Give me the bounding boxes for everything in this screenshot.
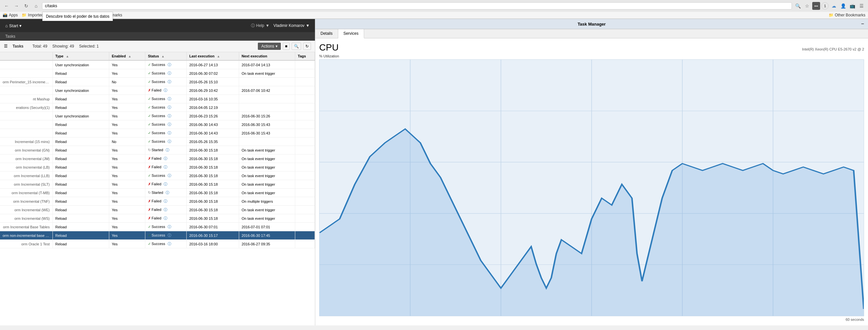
task-tags-cell: [295, 223, 315, 231]
help-button[interactable]: ⓘ Help ▼: [251, 23, 270, 29]
info-icon[interactable]: ⓘ: [164, 216, 167, 220]
table-row[interactable]: orm Incremental (T-MB)ReloadYes↻Started …: [0, 189, 315, 197]
info-icon[interactable]: ⓘ: [167, 105, 171, 109]
actions-button[interactable]: Actions ▾: [258, 43, 280, 50]
info-icon[interactable]: ⓘ: [167, 225, 171, 229]
tm-title: Task Manager: [501, 22, 683, 27]
table-row[interactable]: orm Incremental (WE)ReloadYes✗Failed ⓘ20…: [0, 206, 315, 214]
user-button[interactable]: Vladimir Komarov ▼: [273, 23, 310, 28]
table-row[interactable]: orm Incremental (GN)ReloadYes↻Started ⓘ2…: [0, 146, 315, 154]
table-row[interactable]: User synchronizationYes✓Success ⓘ2016-06…: [0, 60, 315, 69]
menu-icon[interactable]: ☰: [858, 2, 865, 10]
info-icon[interactable]: ⓘ: [167, 71, 171, 75]
info-icon[interactable]: ⓘ: [167, 122, 171, 126]
col-type[interactable]: Type ▲: [53, 52, 109, 60]
start-dropdown-icon: ▾: [19, 23, 22, 28]
task-name-cell: [0, 86, 53, 95]
task-name-cell: orm Incremental (GN): [0, 146, 53, 154]
table-row[interactable]: orm Oracle 1 TestReloadYes✓Success ⓘ2016…: [0, 240, 315, 248]
table-row[interactable]: orm Incremental (WS)ReloadYes✗Failed ⓘ20…: [0, 214, 315, 223]
col-last-exec[interactable]: Last execution ▲: [186, 52, 239, 60]
info-icon[interactable]: ⓘ: [167, 242, 171, 246]
task-name-cell: Incremental (15 mins): [0, 138, 53, 146]
table-row[interactable]: User synchronizationYes✗Failed ⓘ2016-06-…: [0, 86, 315, 95]
task-status-cell: ✗Failed ⓘ: [145, 180, 186, 189]
bookmark-other[interactable]: 📁 Other Bookmarks: [829, 13, 865, 18]
table-row[interactable]: ReloadYes✓Success ⓘ2016-06-30 14:432016-…: [0, 120, 315, 129]
start-button[interactable]: ⌂ Start ▾: [5, 23, 22, 28]
info-icon[interactable]: ⓘ: [164, 156, 167, 160]
extensions-icon[interactable]: •••: [812, 2, 820, 10]
table-row[interactable]: orm Incremental (JM)ReloadYes✗Failed ⓘ20…: [0, 154, 315, 163]
tm-tabs: Details Services: [315, 29, 868, 38]
col-tags[interactable]: Tags: [295, 52, 315, 60]
info-icon[interactable]: ⓘ: [167, 97, 171, 101]
tab-services[interactable]: Services: [338, 29, 364, 38]
task-next-exec-cell: On task event trigger: [239, 146, 295, 154]
refresh-table-button[interactable]: ↻: [303, 43, 311, 50]
forward-button[interactable]: →: [12, 2, 20, 10]
table-row[interactable]: erations (Security)(1)ReloadYes✓Success …: [0, 103, 315, 112]
info-icon[interactable]: ⓘ: [167, 114, 171, 118]
table-row[interactable]: Incremental (15 mins)ReloadNo✓Success ⓘ2…: [0, 138, 315, 146]
task-status-cell: ✓Success ⓘ: [145, 69, 186, 78]
task-type-cell: Reload: [53, 172, 109, 180]
table-row[interactable]: ReloadYes✓Success ⓘ2016-06-30 07:02On ta…: [0, 69, 315, 78]
col-enabled[interactable]: Enabled ▲: [109, 52, 145, 60]
table-row[interactable]: nt MashupReloadYes✓Success ⓘ2016-03-16 1…: [0, 95, 315, 103]
info-icon[interactable]: ⓘ: [166, 190, 169, 194]
back-button[interactable]: ←: [3, 2, 10, 10]
info-icon[interactable]: ⓘ: [167, 131, 171, 135]
bookmark-apps[interactable]: 📸 Apps: [3, 13, 18, 18]
ext1-icon[interactable]: 1: [822, 2, 829, 9]
grid-view-button[interactable]: ■: [283, 43, 290, 50]
table-row[interactable]: orm non-incremental base tablesReloadYes…: [0, 231, 315, 240]
info-icon[interactable]: ⓘ: [164, 182, 167, 186]
task-enabled-cell: Yes: [109, 214, 145, 223]
task-tags-cell: [295, 206, 315, 214]
table-row[interactable]: orm Perimeter_15 incrementalReloadNo✓Suc…: [0, 78, 315, 86]
reload-button[interactable]: ↻: [22, 2, 30, 10]
table-row[interactable]: orm Incremental (LB)ReloadYes✗Failed ⓘ20…: [0, 163, 315, 172]
table-row[interactable]: orm Incremental (SLT)ReloadYes✗Failed ⓘ2…: [0, 180, 315, 189]
info-icon[interactable]: ⓘ: [167, 140, 171, 143]
success-icon: ✓: [148, 174, 151, 177]
col-status[interactable]: Status ▲: [145, 52, 186, 60]
task-name-cell: orm non-incremental base tables: [0, 231, 53, 240]
table-row[interactable]: orm Incremental (TNF)ReloadYes✗Failed ⓘ2…: [0, 197, 315, 206]
tm-minimize-button[interactable]: −: [861, 21, 864, 27]
search-icon[interactable]: 🔍: [794, 2, 802, 10]
table-row[interactable]: orm Incremental (LLB)ReloadYes✓Success ⓘ…: [0, 172, 315, 180]
task-status-cell: ✓Success ⓘ: [145, 60, 186, 69]
ext2-icon[interactable]: ☁: [830, 2, 838, 10]
star-icon[interactable]: ☆: [803, 2, 811, 10]
task-last-exec-cell: 2016-06-30 14:43: [186, 129, 239, 138]
ext3-icon[interactable]: 👤: [839, 2, 847, 10]
info-icon[interactable]: ⓘ: [164, 199, 167, 203]
task-tags-cell: [295, 197, 315, 206]
home-button[interactable]: ⌂: [32, 2, 40, 10]
search-table-button[interactable]: 🔍: [291, 43, 301, 50]
task-type-cell: Reload: [53, 129, 109, 138]
task-last-exec-cell: 2016-06-27 14:13: [186, 60, 239, 69]
col-next-exec[interactable]: Next execution: [239, 52, 295, 60]
task-name-cell: orm Incremental (LB): [0, 163, 53, 172]
table-row[interactable]: orm Incremental Base TablesReloadYes✓Suc…: [0, 223, 315, 231]
info-icon[interactable]: ⓘ: [166, 148, 169, 152]
cpu-time-label: 60 seconds: [319, 318, 864, 322]
info-icon[interactable]: ⓘ: [167, 233, 171, 237]
tab-details[interactable]: Details: [315, 29, 338, 38]
task-status-cell: ✓Success ⓘ: [145, 78, 186, 86]
table-row[interactable]: User synchronizationYes✓Success ⓘ2016-06…: [0, 112, 315, 120]
showing-count: Showing: 49: [53, 44, 74, 49]
address-input[interactable]: [45, 4, 789, 8]
info-icon[interactable]: ⓘ: [167, 80, 171, 84]
info-icon[interactable]: ⓘ: [164, 208, 167, 212]
info-icon[interactable]: ⓘ: [167, 63, 171, 67]
ext4-icon[interactable]: 📺: [848, 2, 856, 10]
info-icon[interactable]: ⓘ: [164, 165, 167, 169]
table-row[interactable]: ReloadYes✓Success ⓘ2016-06-30 14:432016-…: [0, 129, 315, 138]
info-icon[interactable]: ⓘ: [164, 88, 167, 92]
info-icon[interactable]: ⓘ: [167, 174, 171, 177]
task-type-cell: Reload: [53, 223, 109, 231]
